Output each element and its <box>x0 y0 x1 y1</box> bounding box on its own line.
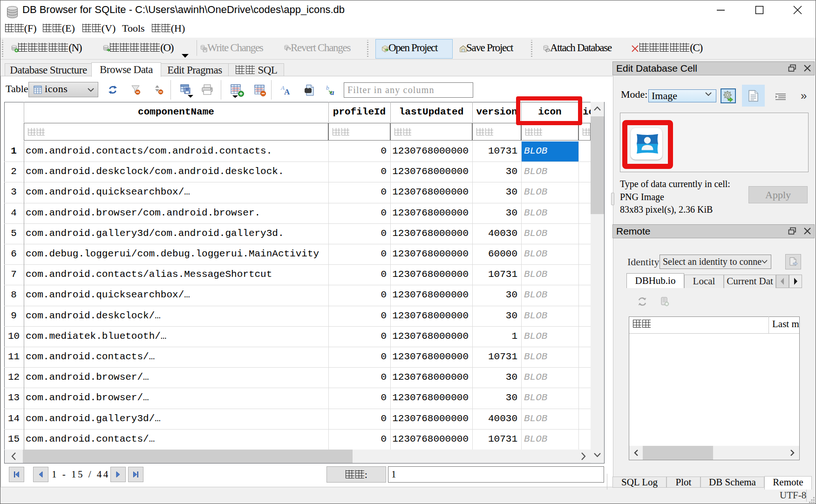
svg-text:b: b <box>326 84 329 91</box>
svg-text:A: A <box>284 87 290 96</box>
